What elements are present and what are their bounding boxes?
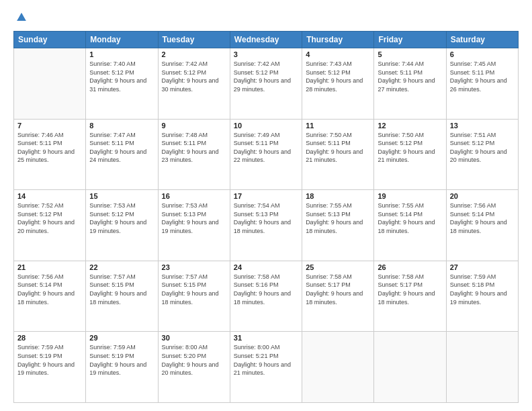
- day-number: 25: [306, 263, 370, 271]
- calendar-cell: 13Sunrise: 7:51 AMSunset: 5:12 PMDayligh…: [446, 119, 518, 190]
- day-number: 31: [234, 334, 298, 342]
- day-info: Sunrise: 7:42 AMSunset: 5:12 PMDaylight:…: [162, 60, 226, 93]
- day-info: Sunrise: 7:56 AMSunset: 5:14 PMDaylight:…: [450, 201, 515, 235]
- calendar-week-row: 21Sunrise: 7:56 AMSunset: 5:14 PMDayligh…: [14, 261, 519, 332]
- calendar-cell: 29Sunrise: 7:59 AMSunset: 5:19 PMDayligh…: [86, 332, 158, 403]
- day-number: 21: [17, 263, 82, 271]
- day-number: 26: [378, 263, 442, 271]
- day-number: 5: [378, 50, 442, 58]
- day-info: Sunrise: 7:48 AMSunset: 5:11 PMDaylight:…: [162, 131, 226, 165]
- day-number: 11: [306, 122, 370, 130]
- day-info: Sunrise: 8:00 AMSunset: 5:20 PMDaylight:…: [162, 343, 226, 377]
- day-info: Sunrise: 8:00 AMSunset: 5:21 PMDaylight:…: [234, 343, 298, 377]
- calendar-cell: 16Sunrise: 7:53 AMSunset: 5:13 PMDayligh…: [158, 190, 230, 261]
- calendar-cell: 22Sunrise: 7:57 AMSunset: 5:15 PMDayligh…: [86, 261, 158, 332]
- day-number: 29: [89, 334, 154, 342]
- day-number: 6: [450, 50, 515, 58]
- day-number: 1: [89, 50, 154, 58]
- calendar-cell: [302, 332, 374, 403]
- day-number: 7: [17, 122, 82, 130]
- day-number: 9: [162, 122, 226, 130]
- day-info: Sunrise: 7:54 AMSunset: 5:13 PMDaylight:…: [234, 201, 298, 235]
- day-info: Sunrise: 7:57 AMSunset: 5:15 PMDaylight:…: [162, 273, 226, 306]
- calendar-week-row: 14Sunrise: 7:52 AMSunset: 5:12 PMDayligh…: [14, 190, 519, 261]
- calendar-cell: 18Sunrise: 7:55 AMSunset: 5:13 PMDayligh…: [302, 190, 374, 261]
- day-number: 23: [162, 263, 226, 271]
- calendar-cell: [446, 332, 518, 403]
- calendar-cell: 1Sunrise: 7:40 AMSunset: 5:12 PMDaylight…: [86, 48, 158, 120]
- day-info: Sunrise: 7:55 AMSunset: 5:13 PMDaylight:…: [306, 201, 370, 235]
- calendar-cell: 20Sunrise: 7:56 AMSunset: 5:14 PMDayligh…: [446, 190, 518, 261]
- calendar-cell: 23Sunrise: 7:57 AMSunset: 5:15 PMDayligh…: [158, 261, 230, 332]
- calendar-cell: 7Sunrise: 7:46 AMSunset: 5:11 PMDaylight…: [14, 119, 86, 190]
- calendar-cell: [374, 332, 446, 403]
- calendar-cell: 15Sunrise: 7:53 AMSunset: 5:12 PMDayligh…: [86, 190, 158, 261]
- day-info: Sunrise: 7:42 AMSunset: 5:12 PMDaylight:…: [234, 60, 298, 93]
- logo: [13, 12, 28, 24]
- calendar-cell: 27Sunrise: 7:59 AMSunset: 5:18 PMDayligh…: [446, 261, 518, 332]
- day-number: 22: [89, 263, 154, 271]
- day-info: Sunrise: 7:58 AMSunset: 5:17 PMDaylight:…: [378, 273, 442, 306]
- day-info: Sunrise: 7:58 AMSunset: 5:16 PMDaylight:…: [234, 273, 298, 306]
- day-info: Sunrise: 7:53 AMSunset: 5:13 PMDaylight:…: [162, 201, 226, 235]
- day-of-week-header: Friday: [374, 32, 446, 48]
- day-of-week-header: Saturday: [446, 32, 518, 48]
- calendar-cell: 14Sunrise: 7:52 AMSunset: 5:12 PMDayligh…: [14, 190, 86, 261]
- calendar-cell: 3Sunrise: 7:42 AMSunset: 5:12 PMDaylight…: [230, 48, 302, 120]
- day-of-week-header: Sunday: [14, 32, 86, 48]
- calendar-week-row: 1Sunrise: 7:40 AMSunset: 5:12 PMDaylight…: [14, 48, 519, 120]
- header: [13, 12, 519, 24]
- day-number: 17: [234, 192, 298, 200]
- day-info: Sunrise: 7:40 AMSunset: 5:12 PMDaylight:…: [89, 60, 154, 93]
- day-number: 28: [17, 334, 82, 342]
- day-info: Sunrise: 7:59 AMSunset: 5:18 PMDaylight:…: [450, 273, 515, 306]
- day-of-week-header: Monday: [86, 32, 158, 48]
- calendar-table: SundayMondayTuesdayWednesdayThursdayFrid…: [13, 31, 519, 403]
- calendar-week-row: 28Sunrise: 7:59 AMSunset: 5:19 PMDayligh…: [14, 332, 519, 403]
- day-info: Sunrise: 7:57 AMSunset: 5:15 PMDaylight:…: [89, 273, 154, 306]
- day-of-week-header: Wednesday: [230, 32, 302, 48]
- day-info: Sunrise: 7:59 AMSunset: 5:19 PMDaylight:…: [17, 343, 82, 377]
- svg-marker-1: [17, 13, 26, 21]
- day-of-week-header: Thursday: [302, 32, 374, 48]
- calendar-cell: 8Sunrise: 7:47 AMSunset: 5:11 PMDaylight…: [86, 119, 158, 190]
- day-info: Sunrise: 7:50 AMSunset: 5:11 PMDaylight:…: [306, 131, 370, 165]
- day-number: 10: [234, 122, 298, 130]
- day-number: 2: [162, 50, 226, 58]
- logo-icon: [15, 11, 28, 24]
- day-number: 12: [378, 122, 442, 130]
- calendar-cell: 26Sunrise: 7:58 AMSunset: 5:17 PMDayligh…: [374, 261, 446, 332]
- day-info: Sunrise: 7:58 AMSunset: 5:17 PMDaylight:…: [306, 273, 370, 306]
- calendar-cell: 30Sunrise: 8:00 AMSunset: 5:20 PMDayligh…: [158, 332, 230, 403]
- day-number: 30: [162, 334, 226, 342]
- day-info: Sunrise: 7:44 AMSunset: 5:11 PMDaylight:…: [378, 60, 442, 93]
- day-number: 20: [450, 192, 515, 200]
- day-info: Sunrise: 7:49 AMSunset: 5:11 PMDaylight:…: [234, 131, 298, 165]
- calendar-cell: 28Sunrise: 7:59 AMSunset: 5:19 PMDayligh…: [14, 332, 86, 403]
- calendar-cell: 12Sunrise: 7:50 AMSunset: 5:12 PMDayligh…: [374, 119, 446, 190]
- day-number: 14: [17, 192, 82, 200]
- calendar-cell: 24Sunrise: 7:58 AMSunset: 5:16 PMDayligh…: [230, 261, 302, 332]
- calendar-cell: 5Sunrise: 7:44 AMSunset: 5:11 PMDaylight…: [374, 48, 446, 120]
- page: SundayMondayTuesdayWednesdayThursdayFrid…: [0, 0, 532, 411]
- calendar-cell: 21Sunrise: 7:56 AMSunset: 5:14 PMDayligh…: [14, 261, 86, 332]
- day-of-week-header: Tuesday: [158, 32, 230, 48]
- calendar-cell: 10Sunrise: 7:49 AMSunset: 5:11 PMDayligh…: [230, 119, 302, 190]
- day-number: 4: [306, 50, 370, 58]
- day-number: 13: [450, 122, 515, 130]
- day-number: 18: [306, 192, 370, 200]
- calendar-week-row: 7Sunrise: 7:46 AMSunset: 5:11 PMDaylight…: [14, 119, 519, 190]
- day-number: 16: [162, 192, 226, 200]
- day-info: Sunrise: 7:55 AMSunset: 5:14 PMDaylight:…: [378, 201, 442, 235]
- day-info: Sunrise: 7:56 AMSunset: 5:14 PMDaylight:…: [17, 273, 82, 306]
- calendar-cell: 6Sunrise: 7:45 AMSunset: 5:11 PMDaylight…: [446, 48, 518, 120]
- calendar-cell: 9Sunrise: 7:48 AMSunset: 5:11 PMDaylight…: [158, 119, 230, 190]
- calendar-header-row: SundayMondayTuesdayWednesdayThursdayFrid…: [14, 32, 519, 48]
- calendar-cell: 31Sunrise: 8:00 AMSunset: 5:21 PMDayligh…: [230, 332, 302, 403]
- day-info: Sunrise: 7:59 AMSunset: 5:19 PMDaylight:…: [89, 343, 154, 377]
- calendar-cell: 2Sunrise: 7:42 AMSunset: 5:12 PMDaylight…: [158, 48, 230, 120]
- calendar-cell: 25Sunrise: 7:58 AMSunset: 5:17 PMDayligh…: [302, 261, 374, 332]
- calendar-cell: 11Sunrise: 7:50 AMSunset: 5:11 PMDayligh…: [302, 119, 374, 190]
- day-number: 3: [234, 50, 298, 58]
- day-info: Sunrise: 7:46 AMSunset: 5:11 PMDaylight:…: [17, 131, 82, 165]
